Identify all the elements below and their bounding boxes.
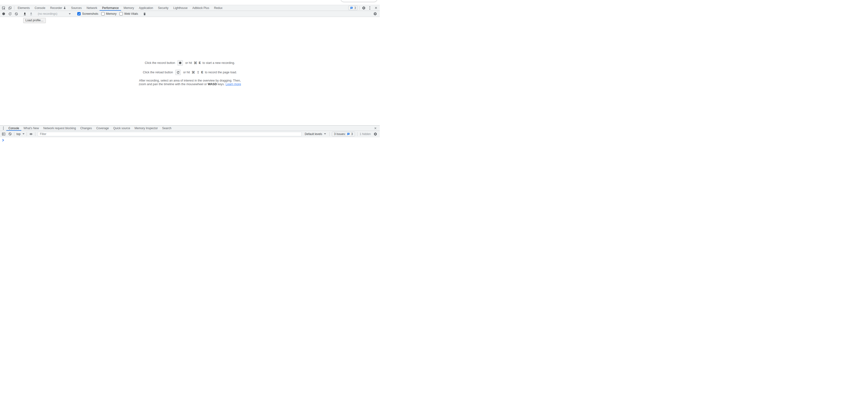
garbage-collect-button[interactable] (142, 12, 148, 16)
recordings-select-value: (no recordings) (38, 12, 57, 15)
tab-adblock-plus[interactable]: Adblock Plus (190, 5, 211, 11)
console-prompt[interactable] (2, 139, 4, 141)
drawer-tab-coverage[interactable]: Coverage (94, 126, 111, 131)
popup-remnant (341, 0, 377, 2)
console-prompt-chevron-icon (2, 139, 4, 141)
tab-label: Console (8, 127, 19, 130)
log-levels-select[interactable]: Default levels (304, 132, 327, 136)
hint-text: zoom and pan the timeline with the mouse… (139, 82, 207, 86)
tab-recorder[interactable]: Recorder (48, 5, 68, 11)
issues-count: 3 (354, 6, 356, 10)
tab-console[interactable]: Console (32, 5, 48, 11)
record-circle-icon (179, 62, 182, 64)
memory-checkbox[interactable] (101, 12, 104, 15)
drawer-tab-search[interactable]: Search (160, 126, 174, 131)
tab-label: Memory Inspector (135, 127, 158, 130)
drawer-tabbar: Console What's New Network request block… (0, 126, 380, 131)
save-profile-button[interactable] (28, 12, 34, 16)
tab-label: Performance (102, 6, 119, 10)
more-options-button[interactable] (368, 6, 372, 10)
drawer-tab-changes[interactable]: Changes (78, 126, 94, 131)
tab-label: Sources (71, 6, 82, 10)
tab-label: Recorder (50, 6, 62, 10)
tab-application[interactable]: Application (136, 5, 156, 11)
drawer-tab-network-request-blocking[interactable]: Network request blocking (41, 126, 78, 131)
tab-label: Elements (18, 6, 30, 10)
tabbar-right-controls: 3 (347, 5, 378, 11)
hint-text: Click the reload button (143, 71, 173, 74)
drawer-tab-whats-new[interactable]: What's New (21, 126, 41, 131)
issues-label: 3 Issues: (334, 132, 346, 136)
tab-network[interactable]: Network (84, 5, 99, 11)
tab-sources[interactable]: Sources (68, 5, 84, 11)
issues-counter-button[interactable]: 3 (348, 6, 358, 10)
issues-counter-button[interactable]: 3 Issues: 3 (332, 132, 355, 136)
console-settings-button[interactable] (373, 132, 378, 136)
web-vitals-checkbox-group[interactable]: Web Vitals (119, 12, 138, 15)
close-devtools-button[interactable] (373, 6, 378, 9)
tab-elements[interactable]: Elements (15, 5, 32, 11)
tab-label: Memory (124, 6, 134, 10)
console-filter-input[interactable] (38, 132, 302, 136)
levels-select-value: Default levels (305, 132, 322, 136)
settings-button[interactable] (361, 6, 366, 10)
tab-label: What's New (24, 127, 39, 130)
javascript-context-select[interactable]: top (15, 132, 26, 136)
block-icon (8, 132, 12, 136)
drawer-close-button[interactable] (372, 126, 379, 131)
hint-text: to start a new recording. (203, 61, 235, 65)
clear-recordings-button[interactable] (13, 12, 20, 16)
create-live-expression-button[interactable] (28, 132, 34, 136)
inline-record-button[interactable] (178, 60, 183, 66)
issues-count: 3 (351, 132, 353, 136)
load-profile-button[interactable] (22, 12, 28, 16)
drawer-tab-console[interactable]: Console (6, 126, 21, 131)
devtools-frame: Elements Console Recorder Sources Networ… (0, 5, 380, 178)
capture-settings-button[interactable] (372, 12, 378, 16)
eye-icon (29, 132, 33, 136)
inspect-element-button[interactable] (0, 5, 7, 11)
experiment-flask-icon (63, 6, 66, 9)
device-toolbar-icon (8, 6, 12, 10)
tab-performance[interactable]: Performance (99, 5, 121, 11)
shortcut-key: E (201, 71, 203, 74)
drawer-more-tabs-button[interactable] (0, 126, 6, 131)
main-tabbar: Elements Console Recorder Sources Networ… (0, 5, 380, 11)
console-messages-area[interactable] (0, 137, 380, 178)
divider (357, 132, 358, 136)
drawer-tab-quick-source[interactable]: Quick source (111, 126, 132, 131)
hint-text: to record the page load. (205, 71, 237, 74)
web-vitals-checkbox[interactable] (119, 12, 123, 15)
record-hint-line: Click the record button or hit ⌘ E to st… (0, 59, 380, 67)
device-toolbar-button[interactable] (7, 5, 13, 11)
tab-lighthouse[interactable]: Lighthouse (171, 5, 190, 11)
memory-checkbox-group[interactable]: Memory (101, 12, 117, 15)
record-button[interactable] (0, 12, 7, 15)
chevron-down-icon (324, 133, 326, 135)
clear-console-button[interactable] (7, 132, 13, 136)
recordings-select[interactable]: (no recordings) (36, 12, 72, 15)
tab-memory[interactable]: Memory (121, 5, 136, 11)
trash-icon (143, 12, 146, 16)
tab-label: Quick source (113, 127, 130, 130)
screenshots-checkbox[interactable] (77, 12, 81, 15)
record-reload-button[interactable] (7, 12, 13, 16)
hint-text: or hit (183, 71, 190, 74)
tab-redux[interactable]: Redux (212, 5, 225, 11)
tab-security[interactable]: Security (155, 5, 171, 11)
hidden-messages-label: 1 hidden (360, 132, 371, 136)
drawer-tab-memory-inspector[interactable]: Memory Inspector (132, 126, 160, 131)
tooltip-text: Load profile… (25, 19, 43, 22)
console-sidebar-toggle-button[interactable] (0, 132, 7, 136)
reload-icon (8, 12, 12, 16)
tab-label: Security (158, 6, 168, 10)
hint-text: Click the record button (145, 61, 175, 65)
learn-more-link[interactable]: Learn more (225, 82, 241, 86)
hint-text: After recording, select an area of inter… (139, 79, 241, 82)
tab-label: Coverage (96, 127, 109, 130)
inline-reload-button[interactable] (175, 70, 181, 75)
tab-label: Console (35, 6, 45, 10)
screenshots-checkbox-group[interactable]: Screenshots (77, 12, 98, 15)
console-toolbar: top Default levels (0, 131, 380, 137)
chevron-down-icon (69, 13, 71, 14)
